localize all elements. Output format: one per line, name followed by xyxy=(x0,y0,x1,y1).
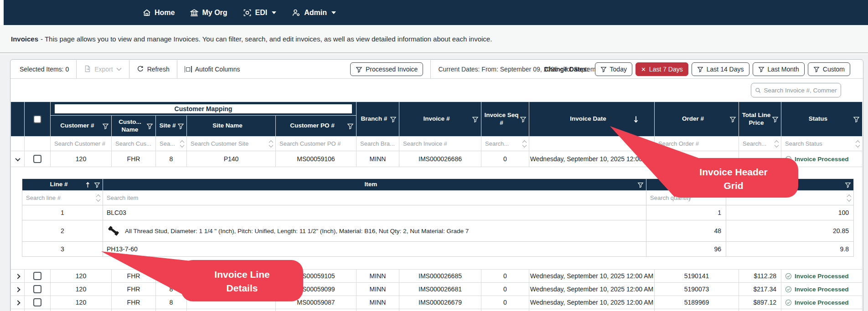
filter-customer[interactable]: Search Customer # xyxy=(51,137,112,151)
nav-edi[interactable]: EDI xyxy=(243,9,277,17)
filter-price[interactable] xyxy=(726,191,854,205)
column-header-status[interactable]: Status xyxy=(781,102,863,137)
quantity-column-header[interactable]: Quantity xyxy=(646,179,726,191)
row-select-cell[interactable] xyxy=(25,309,51,311)
filter-funnel-icon[interactable] xyxy=(729,116,736,122)
nav-my-org[interactable]: My Org xyxy=(190,9,227,17)
status-badge: Invoice Processed xyxy=(781,273,862,280)
column-header-branch[interactable]: Branch # xyxy=(356,102,399,137)
filter-funnel-icon[interactable] xyxy=(102,122,109,129)
filter-site[interactable]: Sea... xyxy=(156,137,187,151)
row-select-cell[interactable] xyxy=(25,151,51,167)
filter-status[interactable]: Search Status xyxy=(781,137,863,151)
filter-funnel-icon[interactable] xyxy=(390,116,397,122)
date-filter-today-button[interactable]: Today xyxy=(595,62,632,76)
column-header-customer[interactable]: Customer # xyxy=(51,116,112,137)
row-checkbox[interactable] xyxy=(33,155,41,163)
column-header-invoice-seq[interactable]: Invoice Seq # xyxy=(481,102,529,137)
invoice-row[interactable]: 120 FHR 8 MS00059105 MINN IMS000026685 0… xyxy=(11,270,863,283)
date-filter-last-month-button[interactable]: Last Month xyxy=(753,62,805,76)
column-header-total-line-price[interactable]: Total Line Price xyxy=(739,102,781,137)
filter-order[interactable]: Search Order # xyxy=(655,137,739,151)
processed-invoice-filter-button[interactable]: Processed Invoice xyxy=(350,62,423,76)
column-header-customer-name[interactable]: Custo... Name xyxy=(112,116,156,137)
site-label: Site # xyxy=(159,122,176,129)
filter-invoice-seq[interactable]: Search... xyxy=(481,137,529,151)
filter-total[interactable]: Search... xyxy=(739,137,781,151)
filter-funnel-icon[interactable] xyxy=(853,116,860,122)
expand-row-button[interactable] xyxy=(11,270,25,283)
cell-item: PH13-7-60 xyxy=(103,242,646,257)
line-row[interactable]: 3 PH13-7-60 96 9.8 xyxy=(22,242,854,257)
number-spinner[interactable] xyxy=(847,195,851,201)
filter-funnel-icon[interactable] xyxy=(347,122,354,129)
filter-invoice[interactable]: Search Invoice # xyxy=(399,137,481,151)
number-spinner[interactable] xyxy=(97,195,100,201)
row-select-cell[interactable] xyxy=(25,270,51,283)
expand-row-button[interactable] xyxy=(11,296,25,309)
nav-admin[interactable]: Admin xyxy=(292,9,336,17)
number-spinner[interactable] xyxy=(856,141,859,147)
row-checkbox[interactable] xyxy=(33,298,41,306)
filter-funnel-icon[interactable] xyxy=(177,122,184,129)
export-button[interactable]: Export xyxy=(84,65,121,74)
column-header-site-name[interactable]: Site Name xyxy=(187,116,276,137)
filter-quantity[interactable]: Search quantity xyxy=(646,191,726,205)
collapse-row-button[interactable] xyxy=(11,151,25,167)
row-checkbox[interactable] xyxy=(33,272,41,280)
filter-funnel-icon[interactable] xyxy=(772,116,779,122)
filter-funnel-icon[interactable] xyxy=(472,116,479,122)
expand-row-button[interactable] xyxy=(11,283,25,296)
filter-customer-name[interactable]: Search Cus... xyxy=(112,137,156,151)
filter-site-name[interactable]: Search Customer Site xyxy=(187,137,276,151)
price-column-header[interactable] xyxy=(726,179,854,191)
cell-customer-name: FHR xyxy=(112,296,156,309)
invoice-row-expanded[interactable]: 120 FHR 8 P140 MS00059106 MINN IMS000026… xyxy=(11,151,863,167)
number-spinner[interactable] xyxy=(269,141,273,147)
filter-funnel-icon[interactable] xyxy=(845,182,851,188)
row-select-cell[interactable] xyxy=(25,283,51,296)
invoice-row-partial[interactable] xyxy=(11,309,863,311)
item-column-header[interactable]: Item xyxy=(103,179,646,191)
filter-invoice-date[interactable] xyxy=(529,137,655,151)
expand-row-button[interactable] xyxy=(11,309,25,311)
column-header-invoice[interactable]: Invoice # xyxy=(399,102,481,137)
date-filter-custom-button[interactable]: Custom xyxy=(808,62,850,76)
invoice-row[interactable]: 120 FHR 8 MS00059087 MINN IMS000026679 0… xyxy=(11,296,863,309)
export-label: Export xyxy=(94,66,113,73)
select-all-checkbox[interactable] xyxy=(33,115,41,123)
date-filter-last-7-days-button-active[interactable]: ✕ Last 7 Days xyxy=(636,62,688,76)
filter-line[interactable]: Search line # xyxy=(22,191,103,205)
column-header-customer-po[interactable]: Customer PO # xyxy=(276,116,356,137)
nav-home[interactable]: Home xyxy=(143,9,175,17)
filter-item[interactable]: Search item xyxy=(103,191,646,205)
edi-scan-icon xyxy=(243,9,252,17)
date-filter-last-14-days-button[interactable]: Last 14 Days xyxy=(692,62,749,76)
filter-branch[interactable]: Search Bra... xyxy=(356,137,399,151)
change-dates-label: Change Dates: xyxy=(544,66,589,73)
column-header-order[interactable]: Order # xyxy=(655,102,739,137)
column-header-site[interactable]: Site # xyxy=(156,116,187,137)
filter-funnel-icon[interactable] xyxy=(94,182,100,188)
number-spinner[interactable] xyxy=(523,141,526,147)
invoice-row[interactable]: 120 FHR 8 MS00059099 MINN IMS000026681 0… xyxy=(11,283,863,296)
column-header-invoice-date[interactable]: Invoice Date xyxy=(529,102,655,137)
search-row xyxy=(10,79,863,102)
filter-customer-po[interactable]: Search Customer PO # xyxy=(276,137,356,151)
number-spinner[interactable] xyxy=(775,141,778,147)
number-spinner[interactable] xyxy=(181,141,184,147)
cell-line-number: 1 xyxy=(22,205,103,220)
invoice-page: Home My Org EDI Admin Invoices - This pa… xyxy=(0,0,868,311)
autofit-columns-button[interactable]: Autofit Columns xyxy=(185,66,240,73)
refresh-button[interactable]: Refresh xyxy=(137,65,170,74)
search-input[interactable] xyxy=(764,87,837,94)
line-row[interactable]: 1 BLC03 1 100 xyxy=(22,205,854,220)
row-select-cell[interactable] xyxy=(25,296,51,309)
filter-funnel-icon[interactable] xyxy=(520,116,527,122)
row-checkbox[interactable] xyxy=(33,285,41,293)
filter-funnel-icon[interactable] xyxy=(146,122,153,129)
line-column-header[interactable]: Line # xyxy=(22,179,103,191)
line-row[interactable]: 2 xyxy=(22,220,854,242)
filter-funnel-icon[interactable] xyxy=(637,182,644,188)
cell-invoice: IMS000026685 xyxy=(399,270,481,283)
